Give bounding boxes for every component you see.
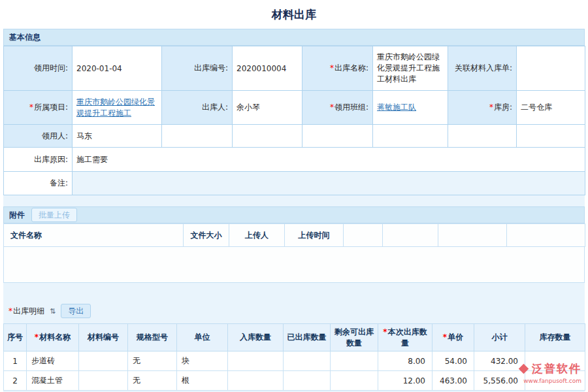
col-material-name: *材料名称 — [27, 324, 79, 351]
empty-cell — [302, 125, 373, 148]
outbound-name-label-text: 出库名称: — [335, 63, 368, 73]
required-asterisk: * — [35, 333, 39, 342]
required-asterisk: * — [330, 103, 334, 112]
details-title: *出库明细 — [8, 306, 44, 317]
cell-material-no — [79, 351, 128, 371]
cell-unit-price: 463.00 — [433, 371, 474, 391]
form-row-4: 出库原因: 施工需要 — [4, 148, 585, 172]
remark-label: 备注: — [4, 172, 73, 195]
detail-row-2: 2 混凝土管 无 根 12.00 463.00 5,556.00 — [4, 371, 585, 391]
form-row-1: 领用时间: 2020-01-04 出库编号: 2020010004 *出库名称:… — [4, 46, 585, 91]
col-remaining-qty: 剩余可出库数量 — [331, 324, 378, 351]
cell-this-outbound-qty: 8.00 — [378, 351, 433, 371]
page-title: 材料出库 — [0, 0, 588, 29]
col-stock-qty: 库存数量 — [525, 324, 585, 351]
col-this-outbound-qty-text: 本次出库数量 — [388, 327, 427, 347]
cell-seq: 1 — [4, 351, 27, 371]
col-spec-model: 规格型号 — [128, 324, 177, 351]
receive-team-label-text: 领用班组: — [335, 103, 368, 112]
form-row-5: 备注: — [4, 172, 585, 195]
cell-outbound-qty — [284, 351, 331, 371]
reason-value: 施工需要 — [73, 148, 585, 172]
col-uploader: 上传人 — [229, 224, 285, 247]
project-value: 重庆市鹅岭公园绿化景观提升工程施工 — [73, 91, 162, 125]
col-file-size: 文件大小 — [184, 224, 229, 247]
cell-outbound-qty — [284, 371, 331, 391]
col-material-no: 材料编号 — [79, 324, 128, 351]
project-link[interactable]: 重庆市鹅岭公园绿化景观提升工程施工 — [76, 97, 155, 118]
details-table: 序号 *材料名称 材料编号 规格型号 单位 入库数量 已出库数量 剩余可出库数量… — [3, 323, 585, 391]
cell-remaining-qty — [331, 351, 378, 371]
vendor-name: 泛普软件 — [532, 361, 581, 376]
cell-material-name: 步道砖 — [27, 351, 79, 371]
cell-material-name: 混凝土管 — [27, 371, 79, 391]
basic-info-header-label: 基本信息 — [9, 29, 41, 45]
outbound-no-value: 2020010004 — [233, 46, 302, 91]
project-label-text: 所属项目: — [34, 103, 68, 112]
related-inbound-label: 关联材料入库单: — [448, 46, 517, 91]
receive-team-label: *领用班组: — [302, 91, 373, 125]
detail-row-1: 1 步道砖 无 块 8.00 54.00 432.00 — [4, 351, 585, 371]
warehouse-value: 二号仓库 — [517, 91, 585, 125]
required-asterisk: * — [29, 103, 33, 112]
cell-subtotal: 5,556.00 — [474, 371, 525, 391]
vendor-url: www.fanpusoft.com — [520, 378, 581, 384]
col-unit-price: *单价 — [433, 324, 474, 351]
receive-time-label: 领用时间: — [4, 46, 73, 91]
outbound-name-value: 重庆市鹅岭公园绿化景观提升工程施工材料出库 — [373, 46, 448, 91]
attachments-header-bar: 附件 批量上传 — [3, 206, 585, 223]
warehouse-label: *库房: — [448, 91, 517, 125]
details-header-row: 序号 *材料名称 材料编号 规格型号 单位 入库数量 已出库数量 剩余可出库数量… — [4, 324, 585, 351]
outbound-name-label: *出库名称: — [302, 46, 373, 91]
export-button[interactable]: 导出 — [61, 304, 91, 318]
col-subtotal: 小计 — [474, 324, 525, 351]
empty-cell — [233, 125, 302, 148]
empty-cell — [373, 125, 448, 148]
empty-cell — [517, 125, 585, 148]
cell-remaining-qty — [331, 371, 378, 391]
cell-unit-price: 54.00 — [433, 351, 474, 371]
outbound-person-value: 余小琴 — [233, 91, 302, 125]
cell-this-outbound-qty: 12.00 — [378, 371, 433, 391]
related-inbound-value — [517, 46, 585, 91]
form-row-2: *所属项目: 重庆市鹅岭公园绿化景观提升工程施工 出库人: 余小琴 *领用班组:… — [4, 91, 585, 125]
reason-label: 出库原因: — [4, 148, 73, 172]
warehouse-label-text: 库房: — [494, 103, 512, 112]
col-empty — [438, 224, 507, 247]
cell-subtotal: 432.00 — [474, 351, 525, 371]
receive-team-link[interactable]: 蒋敏施工队 — [377, 103, 416, 112]
col-seq: 序号 — [4, 324, 27, 351]
cell-material-no — [79, 371, 128, 391]
details-header-bar: *出库明细 ⇅ 导出 — [3, 300, 585, 323]
attachments-section: 附件 批量上传 文件名称 文件大小 上传人 上传时间 — [3, 206, 585, 283]
cell-unit: 根 — [177, 371, 228, 391]
required-asterisk: * — [383, 327, 387, 336]
project-label: *所属项目: — [4, 91, 73, 125]
outbound-no-label: 出库编号: — [162, 46, 233, 91]
col-empty — [344, 224, 383, 247]
batch-upload-button[interactable]: 批量上传 — [31, 208, 77, 222]
fanpusoft-logo-icon — [519, 364, 529, 374]
receive-team-value: 蒋敏施工队 — [373, 91, 448, 125]
required-asterisk: * — [443, 333, 447, 342]
content-area: 基本信息 领用时间: 2020-01-04 出库编号: 2020010004 *… — [3, 29, 585, 392]
cell-inbound-qty — [228, 351, 284, 371]
col-file-name: 文件名称 — [4, 224, 184, 247]
receiver-label: 领用人: — [4, 125, 73, 148]
empty-cell — [448, 125, 517, 148]
cell-unit: 块 — [177, 351, 228, 371]
empty-cell — [162, 125, 233, 148]
cell-spec-model: 无 — [128, 371, 177, 391]
basic-info-table: 领用时间: 2020-01-04 出库编号: 2020010004 *出库名称:… — [3, 46, 585, 195]
sort-icon[interactable]: ⇅ — [50, 307, 56, 316]
col-material-name-text: 材料名称 — [39, 333, 71, 342]
col-unit-price-text: 单价 — [448, 333, 463, 342]
basic-info-header-bar: 基本信息 — [3, 29, 585, 46]
col-empty — [383, 224, 438, 247]
receive-time-value: 2020-01-04 — [73, 46, 162, 91]
required-asterisk: * — [8, 306, 12, 316]
vendor-watermark: 泛普软件 www.fanpusoft.com — [520, 361, 581, 384]
details-title-text: 出库明细 — [13, 306, 44, 316]
form-row-3: 领用人: 马东 — [4, 125, 585, 148]
attachments-table: 文件名称 文件大小 上传人 上传时间 — [3, 223, 585, 247]
